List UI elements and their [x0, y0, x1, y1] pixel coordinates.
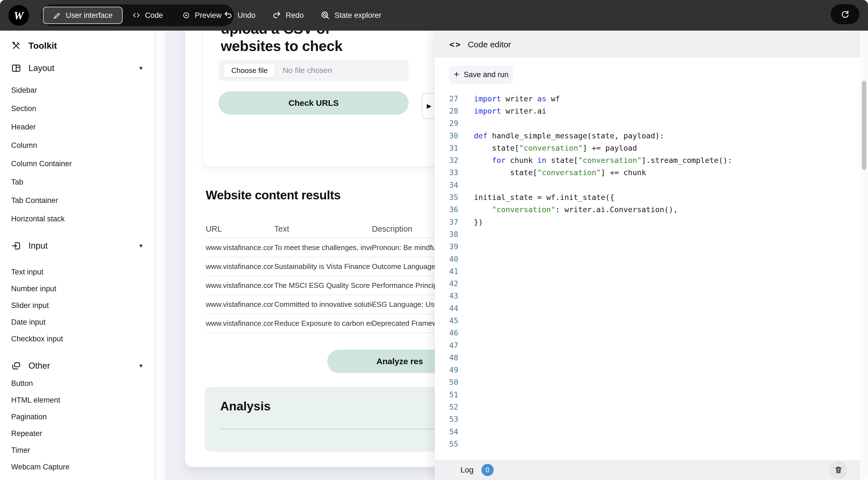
log-count-badge: 0: [482, 464, 494, 476]
code-line: 34: [435, 179, 860, 191]
sidebar-item-column[interactable]: Column: [11, 136, 155, 155]
table-cell: www.vistafinance.cor: [206, 319, 274, 328]
top-toolbar: W User interface Code Preview Undo Redo: [0, 0, 868, 31]
tab-code[interactable]: Code: [123, 7, 173, 24]
section-label: Other: [28, 361, 50, 371]
results-title: Website content results: [206, 188, 341, 202]
state-explorer-button[interactable]: State explorer: [320, 0, 381, 31]
table-cell: www.vistafinance.cor: [206, 281, 274, 290]
code-text[interactable]: import writer as wf: [474, 94, 560, 103]
sidebar-item-slider-input[interactable]: Slider input: [11, 297, 155, 314]
code-line: 42: [435, 277, 860, 289]
pen-icon: [53, 11, 61, 20]
sidebar-item-pagination[interactable]: Pagination: [11, 408, 155, 425]
code-text[interactable]: state["conversation"] += payload: [474, 144, 637, 152]
sidebar-item-horizontal-stack[interactable]: Horizontal stack: [11, 210, 155, 228]
code-text[interactable]: initial_state = wf.init_state({: [474, 193, 614, 202]
line-number: 27: [435, 94, 458, 103]
scrollbar-thumb[interactable]: [862, 81, 866, 170]
preview-eye-icon: [182, 11, 190, 20]
code-brackets-icon: [132, 11, 141, 20]
file-input[interactable]: Choose file No file chosen: [219, 60, 409, 81]
table-cell: Sustainability is Vista Finance sta: [274, 262, 372, 271]
chevron-down-icon[interactable]: ▾: [140, 242, 143, 249]
sidebar-item-button[interactable]: Button: [11, 375, 155, 392]
table-cell: www.vistafinance.cor: [206, 300, 274, 309]
sidebar-item-section[interactable]: Section: [11, 99, 155, 118]
redo-button[interactable]: Redo: [272, 0, 304, 31]
code-text[interactable]: }): [474, 218, 483, 226]
save-and-run-button[interactable]: + Save and run: [449, 66, 513, 83]
clear-log-button[interactable]: [830, 461, 847, 479]
other-icon: [11, 361, 21, 371]
line-number: 43: [435, 292, 458, 300]
code-line: 51: [435, 388, 860, 401]
section-label: Input: [28, 241, 48, 251]
sidebar-item-checkbox-input[interactable]: Checkbox input: [11, 331, 155, 347]
table-cell: www.vistafinance.cor: [206, 243, 274, 252]
sidebar-item-column-container[interactable]: Column Container: [11, 155, 155, 173]
code-line: 44: [435, 302, 860, 314]
section-label: Layout: [28, 63, 54, 73]
line-number: 51: [435, 390, 458, 399]
sidebar-sections: Layout▾SidebarSectionHeaderColumnColumn …: [11, 62, 155, 475]
line-number: 46: [435, 329, 458, 337]
sidebar-item-repeater[interactable]: Repeater: [11, 425, 155, 442]
reload-app-button[interactable]: [831, 4, 859, 24]
layout-icon: [11, 63, 21, 73]
code-text[interactable]: state["conversation"] += chunk: [474, 168, 646, 177]
plus-icon: +: [454, 69, 459, 80]
line-number: 28: [435, 107, 458, 115]
sidebar-item-sidebar[interactable]: Sidebar: [11, 81, 155, 99]
line-number: 49: [435, 366, 458, 374]
sidebar-section-layout: Layout▾SidebarSectionHeaderColumnColumn …: [11, 62, 155, 228]
code-brackets-icon: <>: [449, 39, 462, 49]
sidebar-section-header-layout[interactable]: Layout▾: [11, 62, 155, 75]
trash-icon: [834, 466, 843, 474]
sidebar-section-header-other[interactable]: Other▾: [11, 359, 155, 373]
code-line: 30def handle_simple_message(state, paylo…: [435, 130, 860, 142]
file-status-text: No file chosen: [283, 66, 332, 75]
mode-tab-group: User interface Code Preview: [41, 4, 234, 26]
sidebar-item-timer[interactable]: Timer: [11, 442, 155, 458]
column-header-url: URL: [206, 225, 274, 234]
code-text[interactable]: import writer.ai: [474, 107, 546, 115]
tab-user-interface[interactable]: User interface: [43, 7, 123, 24]
refresh-icon: [840, 9, 850, 19]
page-scrollbar[interactable]: [860, 31, 868, 480]
code-editor-header: <> Code editor: [435, 31, 860, 58]
code-line: 38: [435, 228, 860, 240]
section-item-list: SidebarSectionHeaderColumnColumn Contain…: [11, 81, 155, 228]
code-editor-textarea[interactable]: 27import writer as wf28import writer.ai2…: [435, 93, 860, 450]
code-text[interactable]: "conversation": writer.ai.Conversation()…: [474, 205, 678, 214]
sidebar-item-tab[interactable]: Tab: [11, 173, 155, 191]
code-line: 32 for chunk in state["conversation"].st…: [435, 154, 860, 166]
code-line: 37}): [435, 216, 860, 228]
line-number: 37: [435, 218, 458, 226]
code-line: 46: [435, 327, 860, 339]
chevron-down-icon[interactable]: ▾: [140, 65, 143, 72]
check-urls-button[interactable]: Check URLS: [219, 91, 409, 115]
sidebar-item-webcam-capture[interactable]: Webcam Capture: [11, 458, 155, 475]
undo-button[interactable]: Undo: [223, 0, 256, 31]
chevron-down-icon[interactable]: ▾: [140, 362, 143, 370]
sidebar-item-tab-container[interactable]: Tab Container: [11, 191, 155, 210]
code-text[interactable]: def handle_simple_message(state, payload…: [474, 131, 664, 140]
toolkit-header: Toolkit: [11, 39, 155, 53]
state-explorer-icon: [320, 10, 330, 20]
sidebar-section-header-input[interactable]: Input▾: [11, 239, 155, 252]
sidebar-item-text-input[interactable]: Text input: [11, 264, 155, 280]
tab-preview[interactable]: Preview: [173, 7, 231, 24]
tools-icon: [11, 41, 21, 51]
line-number: 52: [435, 403, 458, 411]
code-line: 40: [435, 253, 860, 265]
sidebar-item-header[interactable]: Header: [11, 118, 155, 136]
sidebar-item-date-input[interactable]: Date input: [11, 314, 155, 331]
choose-file-button[interactable]: Choose file: [224, 64, 275, 77]
sidebar-item-number-input[interactable]: Number input: [11, 280, 155, 297]
table-cell: The MSCI ESG Quality Score of an: [274, 281, 372, 290]
sidebar-item-html-element[interactable]: HTML element: [11, 392, 155, 408]
writer-logo[interactable]: W: [8, 5, 29, 26]
code-text[interactable]: for chunk in state["conversation"].strea…: [474, 156, 732, 165]
code-line: 36 "conversation": writer.ai.Conversatio…: [435, 204, 860, 216]
